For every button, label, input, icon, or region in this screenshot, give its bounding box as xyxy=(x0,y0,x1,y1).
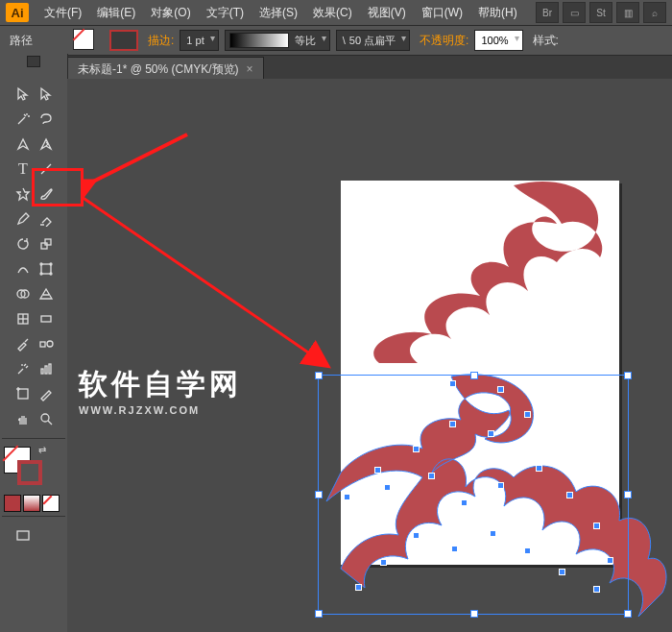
rotate-tool[interactable] xyxy=(12,232,35,255)
zoom-tool[interactable] xyxy=(35,407,58,430)
fill-stroke-indicator[interactable] xyxy=(73,29,104,52)
magic-wand-tool[interactable] xyxy=(12,108,35,131)
svg-rect-17 xyxy=(45,366,47,374)
slice-tool[interactable] xyxy=(35,382,58,405)
gradient-tool[interactable] xyxy=(35,307,58,330)
stock-icon[interactable]: ▥ xyxy=(616,2,639,23)
shape-tool[interactable] xyxy=(12,182,35,206)
search-icon[interactable]: ⌕ xyxy=(643,2,666,23)
document-title: 未标题-1* @ 50% (CMYK/预览) xyxy=(78,61,239,78)
svg-line-23 xyxy=(48,421,52,425)
canvas-area[interactable]: 软件自学网 WWW.RJZXW.COM xyxy=(67,79,672,632)
screen-mode-tool[interactable] xyxy=(12,524,35,547)
document-tab[interactable]: 未标题-1* @ 50% (CMYK/预览) × xyxy=(67,57,264,81)
svg-rect-13 xyxy=(41,316,51,322)
stroke-weight-value: 1 pt xyxy=(186,35,204,46)
selection-handle-w[interactable] xyxy=(315,491,323,498)
eraser-tool[interactable] xyxy=(35,207,58,231)
menu-object[interactable]: 对象(O) xyxy=(143,0,198,25)
selection-handle-ne[interactable] xyxy=(624,372,632,379)
brush-preset-value: 50 点扁平 xyxy=(349,34,396,48)
menu-window[interactable]: 窗口(W) xyxy=(414,0,470,25)
svg-point-22 xyxy=(41,414,49,422)
watermark-sub: WWW.RJZXW.COM xyxy=(79,404,242,416)
selection-handle-sw[interactable] xyxy=(315,610,323,618)
ribbon-top xyxy=(341,181,619,373)
document-tab-strip: 未标题-1* @ 50% (CMYK/预览) × xyxy=(0,56,672,82)
fill-stroke-picker[interactable]: ⇄ xyxy=(4,447,44,487)
menu-view[interactable]: 视图(V) xyxy=(360,0,414,25)
bridge-icon[interactable]: Br xyxy=(536,2,559,23)
style-label: 样式: xyxy=(533,33,559,49)
svg-rect-16 xyxy=(41,369,43,374)
arrange-icon[interactable]: St xyxy=(589,2,612,23)
blend-tool[interactable] xyxy=(35,332,58,355)
watermark: 软件自学网 WWW.RJZXW.COM xyxy=(79,365,242,416)
selection-bounding-box[interactable] xyxy=(318,375,629,615)
hand-tool[interactable] xyxy=(12,407,35,430)
menu-file[interactable]: 文件(F) xyxy=(36,0,89,25)
stroke-profile-dropdown[interactable]: 等比 xyxy=(225,30,330,51)
menu-select[interactable]: 选择(S) xyxy=(252,0,305,25)
eyedropper-tool[interactable] xyxy=(12,332,35,355)
artboard-tool[interactable] xyxy=(12,382,35,405)
color-mode-none[interactable] xyxy=(42,495,60,512)
selection-handle-n[interactable] xyxy=(470,372,478,379)
shape-builder-tool[interactable] xyxy=(12,282,35,305)
watermark-main: 软件自学网 xyxy=(79,365,242,404)
menu-help[interactable]: 帮助(H) xyxy=(470,0,525,25)
tools-panel: T ⇄ xyxy=(0,54,68,632)
collapse-toolbar-icon[interactable] xyxy=(27,56,40,67)
svg-rect-3 xyxy=(41,264,51,274)
layout-icon[interactable]: ▭ xyxy=(563,2,586,23)
menu-effect[interactable]: 效果(C) xyxy=(305,0,360,25)
menu-bar: Ai 文件(F) 编辑(E) 对象(O) 文字(T) 选择(S) 效果(C) 视… xyxy=(0,0,672,26)
color-mode-color[interactable] xyxy=(4,495,21,512)
color-mode-gradient[interactable] xyxy=(23,495,40,512)
profile-label: 等比 xyxy=(295,34,316,48)
mesh-tool[interactable] xyxy=(12,307,35,330)
selection-handle-s[interactable] xyxy=(470,610,478,618)
opacity-dropdown[interactable]: 100% xyxy=(474,30,522,51)
curvature-tool[interactable] xyxy=(35,133,58,156)
lasso-tool[interactable] xyxy=(35,108,58,131)
draw-mode-tool[interactable] xyxy=(35,524,58,547)
opacity-value: 100% xyxy=(481,35,508,46)
control-bar: 路径 描边: 1 pt 等比 \ 50 点扁平 不透明度: 100% 样式: xyxy=(0,26,672,56)
selection-handle-se[interactable] xyxy=(624,610,632,618)
free-transform-tool[interactable] xyxy=(35,257,58,280)
svg-point-15 xyxy=(47,341,53,347)
pen-tool[interactable] xyxy=(12,133,35,156)
svg-rect-2 xyxy=(45,239,51,245)
app-logo: Ai xyxy=(6,3,29,22)
menubar-right: Br ▭ St ▥ ⌕ xyxy=(536,2,666,23)
selection-handle-nw[interactable] xyxy=(315,372,323,379)
svg-rect-14 xyxy=(40,342,45,347)
menu-edit[interactable]: 编辑(E) xyxy=(89,0,143,25)
svg-rect-18 xyxy=(49,364,51,374)
stroke-label: 描边: xyxy=(148,33,174,49)
paintbrush-tool[interactable] xyxy=(35,182,58,206)
stroke-color-swatch[interactable] xyxy=(17,460,42,485)
width-tool[interactable] xyxy=(12,257,35,280)
pencil-tool[interactable] xyxy=(12,207,35,231)
stroke-weight-dropdown[interactable]: 1 pt xyxy=(180,30,218,51)
direct-selection-tool[interactable] xyxy=(35,83,58,106)
perspective-tool[interactable] xyxy=(35,282,58,305)
profile-preview xyxy=(229,33,289,48)
svg-line-0 xyxy=(41,164,51,174)
graph-tool[interactable] xyxy=(35,357,58,380)
symbol-sprayer-tool[interactable] xyxy=(12,357,35,380)
line-tool[interactable] xyxy=(35,158,58,181)
color-mode-swatches xyxy=(0,495,67,512)
stroke-swatch[interactable] xyxy=(109,30,138,51)
type-tool[interactable]: T xyxy=(12,158,35,181)
opacity-label: 不透明度: xyxy=(420,33,468,49)
selection-tool[interactable] xyxy=(12,83,35,106)
close-tab-icon[interactable]: × xyxy=(247,62,253,76)
brush-preset-dropdown[interactable]: \ 50 点扁平 xyxy=(336,30,410,51)
swap-fill-stroke-icon[interactable]: ⇄ xyxy=(38,445,46,455)
scale-tool[interactable] xyxy=(35,232,58,255)
selection-handle-e[interactable] xyxy=(624,491,632,498)
menu-type[interactable]: 文字(T) xyxy=(199,0,252,25)
